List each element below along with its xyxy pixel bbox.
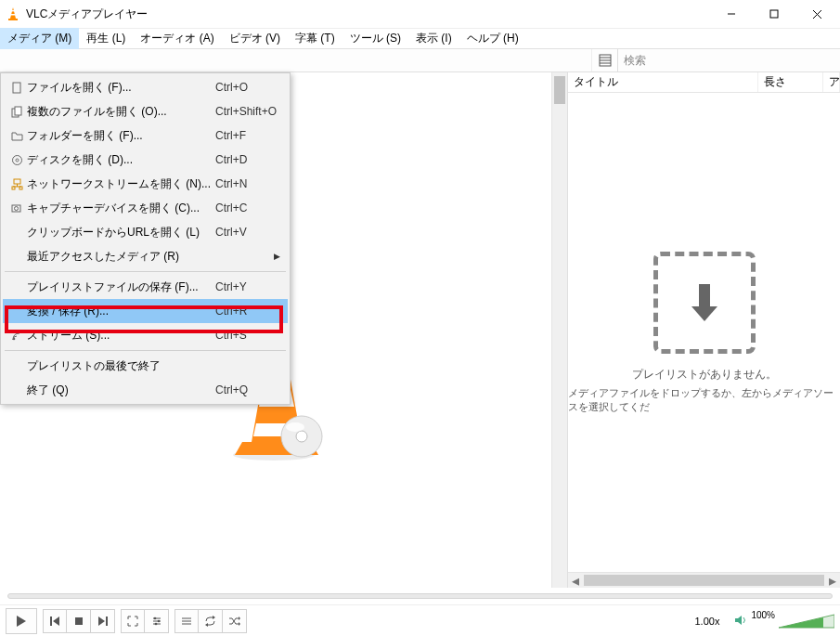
menu-help[interactable]: ヘルプ (H) (459, 28, 526, 49)
svg-point-46 (157, 619, 160, 622)
playlist-empty-hint: メディアファイルをドロップするか、左からメディアソースを選択してくだ (568, 386, 840, 414)
svg-point-23 (14, 206, 18, 210)
loop-button[interactable] (199, 609, 223, 633)
playlist-button[interactable] (174, 609, 199, 633)
playlist-empty-title: プレイリストがありません。 (632, 367, 777, 383)
menu-media[interactable]: メディア (M) (0, 28, 79, 49)
capture-icon (6, 202, 27, 214)
svg-rect-41 (106, 617, 108, 626)
playback-speed[interactable]: 1.00x (695, 616, 720, 627)
play-button[interactable] (6, 608, 37, 634)
svg-point-24 (12, 337, 15, 340)
volume-slider[interactable] (779, 613, 834, 630)
prev-button[interactable] (43, 609, 67, 633)
menu-view[interactable]: 表示 (I) (408, 28, 459, 49)
svg-rect-20 (12, 187, 15, 189)
svg-rect-17 (14, 179, 20, 184)
svg-marker-35 (691, 306, 717, 321)
menu-open-capture-device[interactable]: キャプチャーデバイスを開く (C)... Ctrl+C (3, 196, 288, 220)
menu-recent-media[interactable]: 最近アクセスしたメディア (R) ▶ (3, 244, 288, 268)
playback-controls: 1.00x 100% (0, 604, 840, 636)
menu-quit-after-playlist[interactable]: プレイリストの最後で終了 (3, 354, 288, 378)
col-album[interactable]: ア (823, 72, 840, 92)
maximize-button[interactable] (753, 0, 795, 28)
svg-point-45 (153, 617, 156, 619)
media-menu-dropdown: ファイルを開く (F)... Ctrl+O 複数のファイルを開く (O)... … (0, 72, 291, 405)
svg-marker-0 (10, 7, 16, 19)
playlist-hscrollbar[interactable]: ◂ ▸ (568, 572, 840, 588)
shuffle-button[interactable] (223, 609, 247, 633)
playlist-header: タイトル 長さ ア (568, 72, 840, 93)
window-title: VLCメディアプレイヤー (26, 6, 710, 22)
speaker-icon (734, 615, 747, 628)
menu-open-multiple-files[interactable]: 複数のファイルを開く (O)... Ctrl+Shift+O (3, 99, 288, 123)
svg-marker-38 (53, 617, 59, 626)
svg-marker-54 (239, 622, 240, 626)
svg-rect-2 (11, 10, 15, 11)
disc-icon (6, 154, 27, 166)
svg-rect-3 (10, 14, 15, 16)
svg-marker-53 (239, 617, 240, 620)
svg-marker-36 (17, 616, 26, 627)
playlist-drop-zone[interactable]: プレイリストがありません。 メディアファイルをドロップするか、左からメディアソー… (568, 93, 840, 572)
svg-marker-55 (735, 616, 742, 625)
svg-point-15 (12, 155, 21, 164)
svg-point-47 (154, 622, 157, 625)
search-placeholder: 検索 (624, 53, 646, 69)
svg-marker-40 (98, 617, 105, 626)
search-input[interactable]: 検索 (617, 49, 840, 71)
submenu-arrow-icon: ▶ (274, 252, 280, 261)
menubar: メディア (M) 再生 (L) オーディオ (A) ビデオ (V) 字幕 (T)… (0, 28, 840, 48)
minimize-button[interactable] (710, 0, 753, 28)
svg-marker-52 (205, 623, 208, 627)
folder-icon (6, 130, 27, 142)
titlebar: VLCメディアプレイヤー (0, 0, 840, 28)
menu-subtitle[interactable]: 字幕 (T) (288, 28, 342, 49)
menu-quit[interactable]: 終了 (Q) Ctrl+Q (3, 378, 288, 402)
files-icon (6, 106, 27, 118)
col-title[interactable]: タイトル (568, 72, 758, 92)
svg-point-33 (286, 422, 304, 432)
media-source-pane: ファイルを開く (F)... Ctrl+O 複数のファイルを開く (O)... … (0, 72, 568, 588)
menu-video[interactable]: ビデオ (V) (222, 28, 288, 49)
svg-rect-21 (19, 187, 22, 189)
menu-open-clipboard-url[interactable]: クリップボードからURLを開く (L) Ctrl+V (3, 220, 288, 244)
svg-point-32 (296, 431, 307, 442)
seek-bar[interactable] (0, 588, 840, 604)
playlist-pane: タイトル 長さ ア プレイリストがありません。 メディアファイルをドロップするか… (568, 72, 840, 588)
svg-rect-14 (15, 107, 21, 115)
seek-track[interactable] (7, 593, 833, 599)
stream-icon (6, 330, 27, 342)
menu-audio[interactable]: オーディオ (A) (133, 28, 221, 49)
menu-save-playlist[interactable]: プレイリストファイルの保存 (F)... Ctrl+Y (3, 275, 288, 299)
stop-button[interactable] (67, 609, 91, 633)
close-button[interactable] (795, 0, 838, 28)
menu-open-folder[interactable]: フォルダーを開く (F)... Ctrl+F (3, 123, 288, 148)
network-icon (6, 178, 27, 190)
menu-convert-save[interactable]: 変換 / 保存 (R)... Ctrl+R (3, 299, 288, 323)
col-length[interactable]: 長さ (758, 72, 823, 92)
menu-open-file[interactable]: ファイルを開く (F)... Ctrl+O (3, 75, 288, 99)
left-scrollbar[interactable] (551, 72, 567, 588)
svg-point-16 (16, 159, 19, 162)
volume-percent: 100% (751, 610, 775, 620)
content-area: ファイルを開く (F)... Ctrl+O 複数のファイルを開く (O)... … (0, 72, 840, 588)
scrollbar-thumb[interactable] (554, 76, 565, 104)
fullscreen-button[interactable] (121, 609, 145, 633)
next-button[interactable] (91, 609, 115, 633)
svg-rect-39 (75, 617, 83, 625)
svg-rect-5 (770, 10, 778, 18)
svg-rect-37 (50, 617, 52, 626)
menu-stream[interactable]: ストリーム (S)... Ctrl+S (3, 323, 288, 347)
menu-tools[interactable]: ツール (S) (342, 28, 408, 49)
menu-playback[interactable]: 再生 (L) (79, 28, 133, 49)
drop-download-icon (653, 252, 756, 354)
volume-control[interactable]: 100% (734, 613, 834, 630)
menu-separator (5, 350, 286, 351)
file-icon (6, 82, 27, 94)
menu-open-disc[interactable]: ディスクを開く (D)... Ctrl+D (3, 148, 288, 172)
playlist-view-toggle-icon[interactable] (591, 49, 617, 71)
extended-settings-button[interactable] (145, 609, 169, 633)
playlist-toolbar: 検索 (0, 48, 840, 72)
menu-open-network-stream[interactable]: ネットワークストリームを開く (N)... Ctrl+N (3, 172, 288, 196)
